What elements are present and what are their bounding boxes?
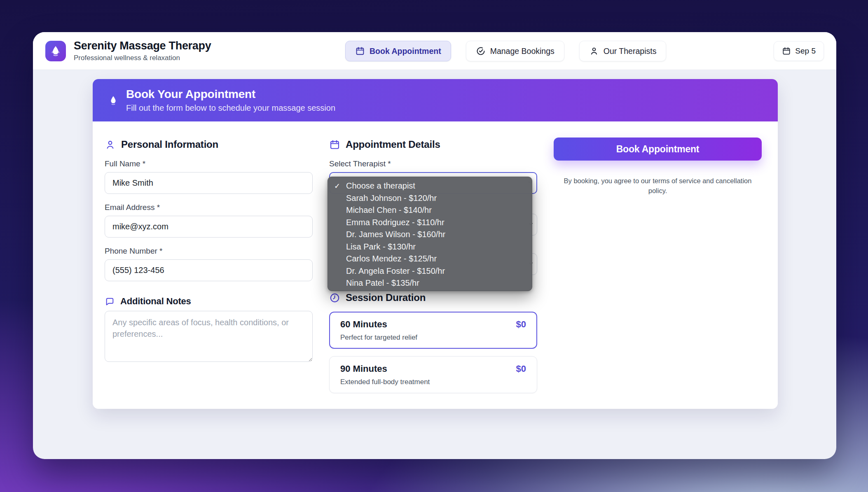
- app-window: Serenity Massage Therapy Professional we…: [33, 32, 836, 459]
- app-title: Serenity Massage Therapy: [74, 40, 211, 52]
- dropdown-option[interactable]: Michael Chen - $140/hr: [328, 204, 532, 217]
- duration-title: 90 Minutes: [340, 364, 387, 374]
- dropdown-option[interactable]: Carlos Mendez - $125/hr: [328, 253, 532, 265]
- duration-option-90[interactable]: 90 Minutes $0 Extended full-body treatme…: [329, 356, 537, 393]
- terms-text: By booking, you agree to our terms of se…: [554, 176, 762, 196]
- app-header: Serenity Massage Therapy Professional we…: [33, 32, 836, 70]
- person-icon: [589, 46, 599, 56]
- nav-manage-bookings[interactable]: Manage Bookings: [466, 41, 564, 61]
- clock-icon: [329, 292, 340, 303]
- main-nav: Book Appointment Manage Bookings Our The…: [345, 41, 666, 61]
- full-name-label: Full Name *: [105, 159, 313, 168]
- droplet-icon: [108, 95, 119, 106]
- duration-price: $0: [516, 319, 526, 330]
- date-label: Sep 5: [795, 47, 816, 56]
- duration-title: 60 Minutes: [340, 319, 387, 330]
- duration-description: Perfect for targeted relief: [340, 333, 526, 342]
- full-name-input[interactable]: [105, 172, 313, 194]
- check-circle-icon: [476, 46, 486, 56]
- booking-form-card: Book Your Appointment Fill out the form …: [93, 79, 778, 409]
- therapist-dropdown-popup: ✓ Choose a therapist Sarah Johnson - $12…: [328, 177, 532, 291]
- form-banner: Book Your Appointment Fill out the form …: [93, 79, 778, 121]
- phone-label: Phone Number *: [105, 247, 313, 256]
- dropdown-option-choose[interactable]: ✓ Choose a therapist: [328, 180, 532, 192]
- dropdown-option[interactable]: Dr. James Wilson - $160/hr: [328, 229, 532, 241]
- banner-title: Book Your Appointment: [126, 88, 335, 101]
- select-therapist-label: Select Therapist *: [329, 159, 537, 168]
- droplet-logo-icon: [45, 41, 66, 61]
- dropdown-option[interactable]: Sarah Johnson - $120/hr: [328, 192, 532, 205]
- summary-section: Book Appointment By booking, you agree t…: [554, 121, 762, 196]
- chat-bubble-icon: [105, 296, 115, 307]
- checkmark-icon: ✓: [334, 181, 340, 190]
- app-subtitle: Professional wellness & relaxation: [74, 54, 211, 62]
- nav-our-therapists[interactable]: Our Therapists: [579, 41, 667, 61]
- calendar-icon: [355, 46, 365, 56]
- dropdown-option[interactable]: Emma Rodriguez - $110/hr: [328, 217, 532, 229]
- notes-heading: Additional Notes: [120, 296, 191, 307]
- dropdown-option[interactable]: Nina Patel - $135/hr: [328, 277, 532, 289]
- brand: Serenity Massage Therapy Professional we…: [45, 40, 211, 62]
- duration-price: $0: [516, 364, 526, 374]
- book-appointment-button[interactable]: Book Appointment: [554, 138, 762, 161]
- date-badge[interactable]: Sep 5: [774, 41, 824, 61]
- nav-label: Manage Bookings: [490, 47, 554, 56]
- email-label: Email Address *: [105, 203, 313, 212]
- dropdown-option[interactable]: Lisa Park - $130/hr: [328, 241, 532, 253]
- duration-option-60[interactable]: 60 Minutes $0 Perfect for targeted relie…: [329, 312, 537, 349]
- appointment-details-heading: Appointment Details: [346, 139, 440, 150]
- personal-info-section: Personal Information Full Name * Email A…: [105, 121, 313, 364]
- session-duration-heading: Session Duration: [346, 292, 426, 303]
- phone-input[interactable]: [105, 259, 313, 281]
- notes-textarea[interactable]: [105, 311, 313, 362]
- calendar-icon: [782, 47, 791, 56]
- dropdown-option[interactable]: Dr. Angela Foster - $150/hr: [328, 265, 532, 277]
- calendar-icon: [329, 139, 340, 150]
- person-icon: [105, 139, 116, 150]
- nav-label: Our Therapists: [604, 47, 657, 56]
- nav-book-appointment[interactable]: Book Appointment: [345, 41, 451, 61]
- email-input[interactable]: [105, 216, 313, 238]
- personal-info-heading: Personal Information: [121, 139, 218, 150]
- duration-description: Extended full-body treatment: [340, 378, 526, 386]
- banner-subtitle: Fill out the form below to schedule your…: [126, 103, 335, 113]
- nav-label: Book Appointment: [370, 47, 441, 56]
